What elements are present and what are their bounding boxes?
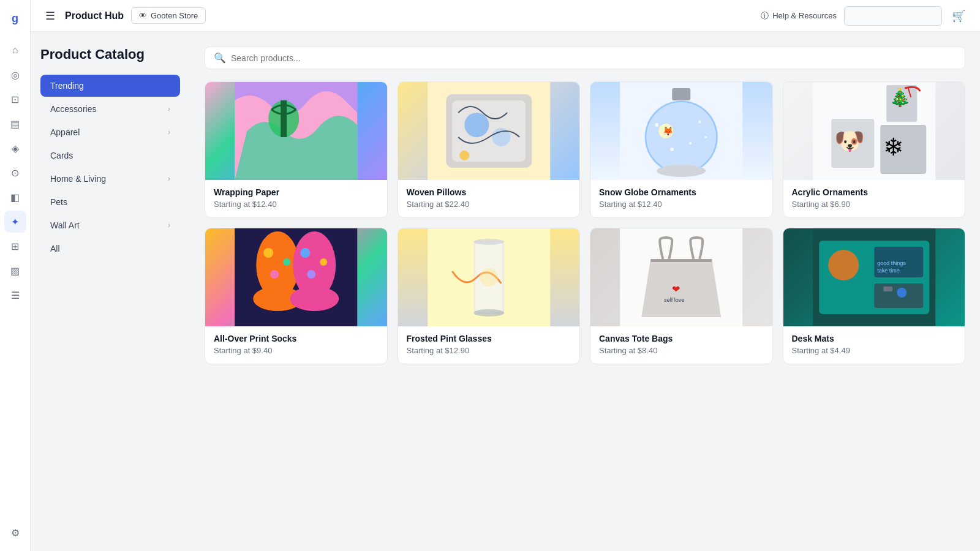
nav-item-label: Trending <box>50 81 84 91</box>
product-card-woven-pillows[interactable]: Woven PillowsStarting at $22.40 <box>398 81 581 218</box>
svg-rect-57 <box>883 287 892 291</box>
product-card-all-over-print-socks[interactable]: All-Over Print SocksStarting at $9.40 <box>205 228 388 364</box>
header-title: Product Hub <box>65 10 124 21</box>
left-nav: Product Catalog TrendingAccessories›Appa… <box>31 32 190 551</box>
nav-item-label: Apparel <box>50 127 80 137</box>
product-image-woven-pillows <box>398 82 580 180</box>
svg-text:🐶: 🐶 <box>834 126 865 156</box>
svg-point-17 <box>698 121 701 123</box>
product-card-wrapping-paper[interactable]: Wrapping PaperStarting at $12.40 <box>205 81 388 218</box>
product-price: Starting at $12.40 <box>599 200 764 209</box>
product-price: Starting at $12.40 <box>214 200 379 209</box>
product-name: Snow Globe Ornaments <box>599 187 764 197</box>
nav-item-label: All <box>50 244 60 253</box>
hamburger-button[interactable]: ☰ <box>43 7 58 25</box>
icon-sidebar: g ⌂ ◎ ⊡ ▤ ◈ ⊙ ◧ ✦ ⊞ ▨ ☰ ⚙ <box>0 0 31 551</box>
nav-item-label: Home & Living <box>50 174 106 184</box>
nav-item-wall-art[interactable]: Wall Art› <box>40 214 180 236</box>
product-card-frosted-pint-glasses[interactable]: Frosted Pint GlassesStarting at $12.90 <box>398 228 581 364</box>
product-price: Starting at $12.90 <box>407 346 571 355</box>
svg-point-20 <box>704 136 707 138</box>
logo-icon[interactable]: g <box>4 7 26 29</box>
product-card-acrylic-ornaments[interactable]: 🎄 🐶 ❄ Acrylic OrnamentsStarting at $6.90 <box>783 81 966 218</box>
analytics-icon[interactable]: ▨ <box>4 260 26 282</box>
product-name: Desk Mats <box>792 334 957 343</box>
orders-icon[interactable]: ⊡ <box>4 88 26 110</box>
bookmark-icon[interactable]: ◧ <box>4 186 26 208</box>
help-label: Help & Resources <box>772 11 837 20</box>
product-name: Acrylic Ornaments <box>792 187 957 197</box>
nav-item-label: Wall Art <box>50 220 80 230</box>
svg-text:take time: take time <box>877 268 900 274</box>
nav-item-accessories[interactable]: Accessories› <box>40 98 180 120</box>
nav-item-apparel[interactable]: Apparel› <box>40 121 180 143</box>
product-info: Frosted Pint GlassesStarting at $12.90 <box>398 326 580 364</box>
content-area: Product Catalog TrendingAccessories›Appa… <box>31 32 980 551</box>
product-info: Woven PillowsStarting at $22.40 <box>398 180 580 217</box>
nav-item-trending[interactable]: Trending <box>40 75 180 97</box>
product-image-wrapping-paper <box>205 82 387 180</box>
product-card-snow-globe-ornaments[interactable]: 🦊 Snow Globe OrnamentsStarting at $12.40 <box>590 81 773 218</box>
product-card-canvas-tote-bags[interactable]: ❤ self love Canvas Tote BagsStarting at … <box>590 228 773 364</box>
svg-point-6 <box>464 113 489 137</box>
product-image-acrylic-ornaments: 🎄 🐶 ❄ <box>783 82 965 180</box>
product-name: Wrapping Paper <box>214 187 379 197</box>
product-name: Frosted Pint Glasses <box>407 334 571 343</box>
product-info: Desk MatsStarting at $4.49 <box>783 326 965 364</box>
svg-text:🦊: 🦊 <box>663 126 674 137</box>
svg-text:good things: good things <box>877 260 906 266</box>
svg-text:🎄: 🎄 <box>889 88 911 108</box>
product-price: Starting at $4.49 <box>792 346 957 355</box>
chevron-icon: › <box>168 105 170 113</box>
search-input[interactable] <box>231 53 956 63</box>
store-button[interactable]: 👁 Gooten Store <box>131 7 206 24</box>
svg-point-45 <box>480 268 498 287</box>
catalog-icon[interactable]: ✦ <box>4 211 26 233</box>
help-link[interactable]: ⓘ Help & Resources <box>761 10 837 21</box>
chevron-icon: › <box>168 174 170 183</box>
product-image-frosted-pint-glasses <box>398 228 580 326</box>
chevron-icon: › <box>168 221 170 230</box>
product-info: Acrylic OrnamentsStarting at $6.90 <box>783 180 965 217</box>
svg-point-44 <box>473 309 504 317</box>
home-icon[interactable]: ⌂ <box>4 39 26 61</box>
svg-point-43 <box>473 239 504 245</box>
nav-menu: TrendingAccessories›Apparel›CardsHome & … <box>40 75 180 260</box>
nav-item-label: Pets <box>50 197 67 207</box>
nav-item-pets[interactable]: Pets <box>40 191 180 213</box>
top-header: ☰ Product Hub 👁 Gooten Store ⓘ Help & Re… <box>31 0 980 32</box>
svg-point-19 <box>670 148 674 151</box>
tshirt-icon[interactable]: ◈ <box>4 137 26 159</box>
designs-icon[interactable]: ⊙ <box>4 162 26 184</box>
product-name: All-Over Print Socks <box>214 334 379 343</box>
settings-icon[interactable]: ⚙ <box>4 522 26 544</box>
svg-point-38 <box>320 258 327 266</box>
cart-button[interactable]: 🛒 <box>949 7 968 25</box>
product-price: Starting at $9.40 <box>214 346 379 355</box>
svg-point-16 <box>655 123 658 127</box>
product-price: Starting at $22.40 <box>407 200 571 209</box>
nav-item-label: Cards <box>50 151 73 160</box>
nav-item-cards[interactable]: Cards <box>40 144 180 167</box>
grid-icon[interactable]: ⊞ <box>4 235 26 257</box>
eye-icon: 👁 <box>139 11 147 20</box>
svg-text:❤: ❤ <box>672 284 680 294</box>
list-icon[interactable]: ☰ <box>4 284 26 306</box>
header-search[interactable] <box>844 6 942 26</box>
svg-point-18 <box>689 142 692 144</box>
product-area: 🔍 Wrapping PaperStarting at $12.40 Woven… <box>190 32 980 551</box>
search-container: 🔍 <box>205 47 965 69</box>
page-title: Product Catalog <box>40 47 180 62</box>
svg-point-33 <box>283 258 290 266</box>
product-image-snow-globe-ornaments: 🦊 <box>590 82 772 180</box>
search-icon: 🔍 <box>214 52 226 64</box>
nav-item-all[interactable]: All <box>40 238 180 260</box>
product-price: Starting at $8.40 <box>599 346 764 355</box>
products-icon[interactable]: ▤ <box>4 113 26 135</box>
svg-point-56 <box>897 288 907 298</box>
product-name: Woven Pillows <box>407 187 571 197</box>
product-card-desk-mats[interactable]: good things take time Desk MatsStarting … <box>783 228 966 364</box>
svg-point-32 <box>263 248 273 258</box>
nav-item-home---living[interactable]: Home & Living› <box>40 168 180 190</box>
store-icon[interactable]: ◎ <box>4 64 26 86</box>
